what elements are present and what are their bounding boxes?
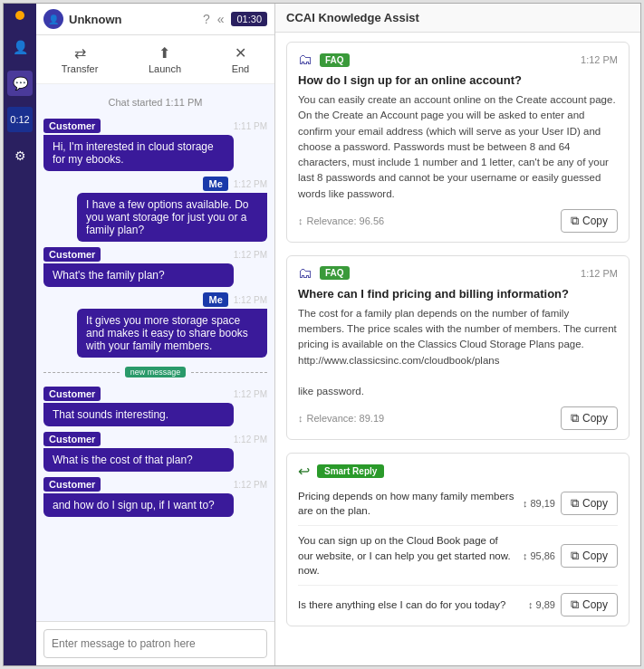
card-icon-2: 🗂 (298, 265, 312, 282)
right-panel: CCAI Knowledge Assist 🗂 FAQ 1:12 PM How … (275, 4, 640, 665)
copy-button-1[interactable]: ⧉ Copy (561, 209, 618, 233)
sender-me: Me (203, 177, 227, 191)
list-item: Customer 1:12 PM What is the cost of tha… (43, 432, 267, 472)
relevance-2: ↕ Relevance: 89.19 (298, 413, 384, 424)
copy-button-reply-3[interactable]: ⧉ Copy (561, 593, 618, 616)
message-bubble: and how do I sign up, if I want to? (43, 493, 234, 517)
sender-me: Me (203, 292, 227, 307)
smart-reply-text-2: You can sign up on the Cloud Book page o… (298, 533, 515, 577)
transfer-icon: ⇄ (74, 44, 86, 62)
launch-label: Launch (149, 63, 181, 74)
copy-icon-2: ⧉ (571, 411, 579, 425)
smart-reply-text-1: Pricing depends on how many family membe… (298, 489, 515, 518)
list-item: Customer 1:12 PM What's the family plan? (43, 247, 267, 287)
collapse-icon[interactable]: « (217, 12, 225, 26)
card-body-1: You can easily create an account online … (298, 92, 618, 202)
chat-started-timestamp: Chat started 1:11 PM (43, 97, 267, 108)
sort-icon-reply-2: ↕ (523, 550, 528, 561)
sidebar-icon-timer[interactable]: 0:12 (7, 107, 33, 132)
sidebar-icon-settings[interactable]: ⚙ (7, 143, 33, 168)
message-bubble: What's the family plan? (43, 263, 234, 287)
list-item: Customer 1:11 PM Hi, I'm interested in c… (43, 119, 267, 171)
chat-header: 👤 Unknown ? « 01:30 (36, 4, 274, 35)
sender-customer: Customer (43, 432, 101, 446)
card-title-1: How do I sign up for an online account? (298, 73, 618, 87)
smart-reply-actions-3: ↕ 9,89 ⧉ Copy (528, 593, 618, 616)
card-time-2: 1:12 PM (581, 268, 618, 279)
card-icon-1: 🗂 (298, 52, 312, 68)
timer-badge: 01:30 (231, 12, 267, 26)
end-icon: ✕ (235, 44, 246, 62)
status-dot (15, 11, 24, 20)
end-label: End (232, 63, 250, 74)
copy-label-1: Copy (582, 215, 608, 227)
sidebar-icon-user[interactable]: 👤 (7, 34, 33, 60)
sort-icon-2: ↕ (298, 413, 303, 424)
transfer-button[interactable]: ⇄ Transfer (51, 41, 110, 78)
knowledge-card-1: 🗂 FAQ 1:12 PM How do I sign up for an on… (286, 42, 630, 243)
smart-reply-badge: Smart Reply (317, 464, 384, 478)
message-bubble: What is the cost of that plan? (43, 448, 234, 472)
smart-reply-row-2: You can sign up on the Cloud Book page o… (298, 533, 618, 585)
score-1: ↕ 89,19 (523, 498, 555, 509)
list-item: Customer 1:12 PM and how do I sign up, i… (43, 477, 267, 517)
relevance-1: ↕ Relevance: 96.56 (298, 215, 384, 226)
sender-customer: Customer (43, 477, 101, 492)
transfer-label: Transfer (62, 63, 99, 74)
smart-reply-actions-2: ↕ 95,86 ⧉ Copy (523, 544, 618, 568)
copy-button-reply-2[interactable]: ⧉ Copy (561, 544, 618, 568)
score-3: ↕ 9,89 (528, 599, 555, 610)
new-message-badge: new message (125, 367, 187, 378)
card-body-2: The cost for a family plan depends on th… (298, 306, 618, 400)
smart-reply-actions-1: ↕ 89,19 ⧉ Copy (523, 492, 618, 515)
message-bubble: Hi, I'm interested in cloud storage for … (43, 135, 234, 171)
right-content: 🗂 FAQ 1:12 PM How do I sign up for an on… (275, 33, 640, 665)
sidebar-icon-chat[interactable]: 💬 (7, 71, 33, 96)
knowledge-card-2: 🗂 FAQ 1:12 PM Where can I find pricing a… (286, 255, 630, 441)
smart-reply-row-3: Is there anything else I can do for you … (298, 593, 618, 616)
sort-icon-reply-3: ↕ (528, 599, 533, 610)
copy-icon-1: ⧉ (571, 214, 579, 228)
message-bubble-me: I have a few options available. Do you w… (77, 193, 267, 242)
faq-badge-2: FAQ (320, 266, 350, 280)
right-panel-title: CCAI Knowledge Assist (275, 4, 640, 33)
chat-user-name: Unknown (69, 13, 122, 26)
sort-icon-reply-1: ↕ (523, 498, 528, 509)
card-time-1: 1:12 PM (581, 54, 618, 65)
launch-button[interactable]: ⬆ Launch (138, 41, 192, 78)
score-2: ↕ 95,86 (523, 550, 555, 561)
new-message-divider: new message (43, 367, 267, 378)
avatar: 👤 (43, 9, 63, 29)
smart-reply-row-1: Pricing depends on how many family membe… (298, 489, 618, 526)
smart-reply-text-3: Is there anything else I can do for you … (298, 597, 521, 612)
sidebar: 👤 💬 0:12 ⚙ (4, 4, 36, 665)
sender-customer: Customer (43, 119, 101, 133)
sender-customer: Customer (43, 387, 101, 401)
list-item: Me 1:12 PM I have a few options availabl… (43, 177, 267, 242)
copy-label-2: Copy (582, 412, 608, 425)
list-item: Me 1:12 PM It gives you more storage spa… (43, 292, 267, 358)
faq-badge-1: FAQ (320, 53, 350, 67)
card-title-2: Where can I find pricing and billing inf… (298, 287, 618, 301)
chat-input-area (36, 621, 274, 665)
end-button[interactable]: ✕ End (221, 41, 261, 78)
chat-actions: ⇄ Transfer ⬆ Launch ✕ End (36, 35, 274, 84)
chat-input[interactable] (43, 629, 267, 658)
list-item: Customer 1:12 PM That sounds interesting… (43, 387, 267, 426)
copy-button-2[interactable]: ⧉ Copy (561, 406, 618, 430)
sender-customer: Customer (43, 247, 101, 262)
smart-reply-section: ↩ Smart Reply Pricing depends on how man… (286, 453, 630, 626)
copy-button-reply-1[interactable]: ⧉ Copy (561, 492, 618, 515)
help-icon[interactable]: ? (203, 12, 210, 26)
launch-icon: ⬆ (159, 44, 170, 62)
message-bubble-me: It gives you more storage space and make… (77, 309, 267, 358)
smart-reply-arrow-icon: ↩ (298, 463, 310, 480)
message-bubble: That sounds interesting. (43, 403, 234, 426)
chat-messages: Chat started 1:11 PM Customer 1:11 PM Hi… (36, 84, 274, 621)
sort-icon-1: ↕ (298, 215, 303, 226)
